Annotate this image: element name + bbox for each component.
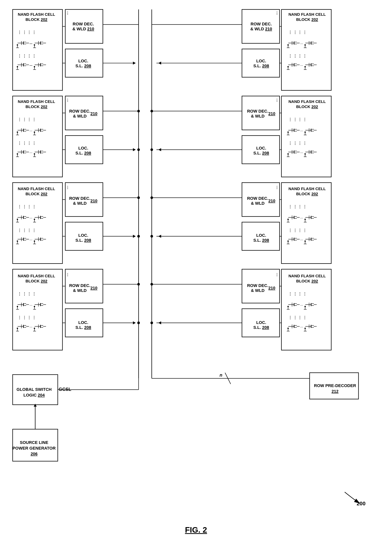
svg-marker-42: [158, 148, 161, 151]
rowdec-left-3-label: ⋮ ROW DEC.& WLD 210: [64, 184, 102, 218]
svg-text:⋮ ⋮ ⋮ ⋮: ⋮ ⋮ ⋮ ⋮: [18, 54, 36, 58]
locsl-left-2-label: LOC.S.L. 208: [64, 137, 102, 165]
svg-text:⋮ ⋮ ⋮ ⋮: ⋮ ⋮ ⋮ ⋮: [18, 292, 36, 296]
svg-text:...: ...: [300, 41, 303, 45]
svg-text:...: ...: [29, 150, 32, 154]
svg-text:⋮ ⋮ ⋮ ⋮: ⋮ ⋮ ⋮ ⋮: [288, 30, 307, 34]
svg-point-44: [150, 148, 153, 151]
svg-point-58: [150, 283, 153, 286]
locsl-right-2-label: LOC.S.L. 208: [242, 137, 280, 165]
svg-point-43: [137, 148, 140, 151]
svg-text:...: ...: [300, 237, 303, 241]
locsl-left-3-label: LOC.S.L. 208: [64, 224, 102, 252]
svg-text:...: ...: [29, 303, 32, 306]
locsl-left-4-label: LOC.S.L. 208: [64, 311, 102, 339]
nand-right-3: NAND FLASH CELLBLOCK 202 ⋮ ⋮ ⋮ ⋮ ...: [282, 184, 332, 265]
svg-text:...: ...: [300, 128, 303, 132]
svg-marker-60: [133, 321, 136, 324]
n-label: n: [220, 372, 222, 378]
svg-text:...: ...: [300, 63, 303, 66]
svg-point-48: [150, 196, 153, 199]
locsl-right-3-label: LOC.S.L. 208: [242, 224, 280, 252]
locsl-right-4-label: LOC.S.L. 208: [242, 311, 280, 339]
nand-cell-dots: ⋮ ⋮ ⋮ ⋮ ...: [16, 28, 57, 72]
svg-point-37: [137, 110, 140, 112]
global-switch-label: GLOBAL SWITCHLOGIC 204: [11, 377, 57, 407]
source-line-label: SOURCE LINEPOWER GENERATOR206: [11, 432, 57, 464]
svg-text:⋮ ⋮ ⋮ ⋮: ⋮ ⋮ ⋮ ⋮: [288, 204, 307, 209]
nand-left-3: NAND FLASH CELLBLOCK 202 ⋮ ⋮ ⋮ ⋮ ...: [11, 184, 62, 265]
svg-point-63: [137, 321, 140, 324]
svg-text:⋮ ⋮ ⋮ ⋮: ⋮ ⋮ ⋮ ⋮: [18, 228, 36, 232]
svg-text:⋮ ⋮ ⋮ ⋮: ⋮ ⋮ ⋮ ⋮: [288, 54, 307, 58]
nand-left-4: NAND FLASH CELLBLOCK 202 ⋮ ⋮ ⋮ ⋮ ...: [11, 271, 62, 353]
ref-200-container: 200: [343, 490, 365, 508]
svg-text:...: ...: [29, 128, 32, 132]
svg-text:⋮ ⋮ ⋮ ⋮: ⋮ ⋮ ⋮ ⋮: [288, 117, 307, 122]
nand-right-1: NAND FLASH CELLBLOCK 202 ⋮ ⋮ ⋮ ⋮ ...: [282, 9, 332, 91]
svg-text:...: ...: [29, 41, 32, 45]
nand-label: NAND FLASH CELL BLOCK 202: [18, 12, 55, 22]
rowdec-right-2-label: ⋮ ROW DEC.& WLD 210: [242, 97, 280, 131]
svg-text:⋮ ⋮ ⋮ ⋮: ⋮ ⋮ ⋮ ⋮: [18, 141, 36, 145]
svg-point-53: [137, 235, 140, 238]
figure-label: FIG. 2: [185, 525, 207, 535]
svg-text:⋮ ⋮ ⋮ ⋮: ⋮ ⋮ ⋮ ⋮: [288, 141, 307, 145]
nand-left-2: NAND FLASH CELLBLOCK 202 ⋮ ⋮ ⋮ ⋮ ...: [11, 97, 62, 178]
svg-text:⋮ ⋮ ⋮ ⋮: ⋮ ⋮ ⋮ ⋮: [18, 30, 36, 34]
svg-text:⋮ ⋮ ⋮ ⋮: ⋮ ⋮ ⋮ ⋮: [18, 204, 36, 209]
rowdec-right-1-label: ⋮ ROW DEC.& WLD 210: [242, 9, 280, 44]
nand-left-1: NAND FLASH CELL BLOCK 202 ⋮ ⋮ ⋮ ⋮: [11, 9, 62, 91]
svg-text:⋮ ⋮ ⋮ ⋮: ⋮ ⋮ ⋮ ⋮: [288, 292, 307, 296]
rowdec-left-4-label: ⋮ ROW DEC.& WLD 210: [64, 271, 102, 305]
svg-point-57: [137, 283, 140, 286]
svg-point-47: [137, 196, 140, 199]
svg-marker-62: [158, 321, 161, 324]
ref-200: 200: [357, 500, 365, 507]
rowdec-right-4-label: ⋮ ROW DEC.& WLD 210: [242, 271, 280, 305]
svg-marker-34: [158, 62, 161, 65]
rowdec-left-2-label: ⋮ ROW DEC.& WLD 210: [64, 97, 102, 131]
svg-text:...: ...: [29, 237, 32, 241]
svg-point-64: [150, 321, 153, 324]
svg-text:⋮ ⋮ ⋮ ⋮: ⋮ ⋮ ⋮ ⋮: [18, 315, 36, 319]
svg-text:⋮ ⋮ ⋮ ⋮: ⋮ ⋮ ⋮ ⋮: [18, 117, 36, 122]
svg-text:...: ...: [29, 63, 32, 66]
svg-line-86: [225, 373, 231, 384]
svg-point-38: [150, 110, 153, 112]
nand-right-4: NAND FLASH CELLBLOCK 202 ⋮ ⋮ ⋮ ⋮ ...: [282, 271, 332, 353]
gcsl-label: GCSL: [59, 387, 71, 392]
svg-text:⋮ ⋮ ⋮ ⋮: ⋮ ⋮ ⋮ ⋮: [288, 315, 307, 319]
svg-text:...: ...: [29, 215, 32, 219]
nand-right-2: NAND FLASH CELLBLOCK 202 ⋮ ⋮ ⋮ ⋮ ...: [282, 97, 332, 178]
svg-point-54: [150, 235, 153, 238]
rowdec-right-3-label: ⋮ ROW DEC.& WLD 210: [242, 184, 280, 218]
svg-text:...: ...: [300, 324, 303, 328]
rowdec-left-1-label: ⋮ ROW DEC.& WLD 210: [64, 9, 102, 44]
svg-marker-32: [133, 62, 136, 65]
row-predecoder-label: ROW PRE-DECODER212: [310, 375, 360, 402]
svg-text:...: ...: [300, 215, 303, 219]
svg-text:⋮ ⋮ ⋮ ⋮: ⋮ ⋮ ⋮ ⋮: [288, 228, 307, 232]
svg-marker-52: [158, 235, 161, 238]
svg-marker-50: [133, 235, 136, 238]
svg-text:...: ...: [29, 324, 32, 328]
locsl-right-1-label: LOC.S.L. 208: [242, 49, 280, 78]
svg-text:...: ...: [300, 303, 303, 306]
svg-text:...: ...: [300, 150, 303, 154]
svg-marker-40: [133, 148, 136, 151]
locsl-left-1-label: LOC.S.L. 208: [64, 49, 102, 78]
